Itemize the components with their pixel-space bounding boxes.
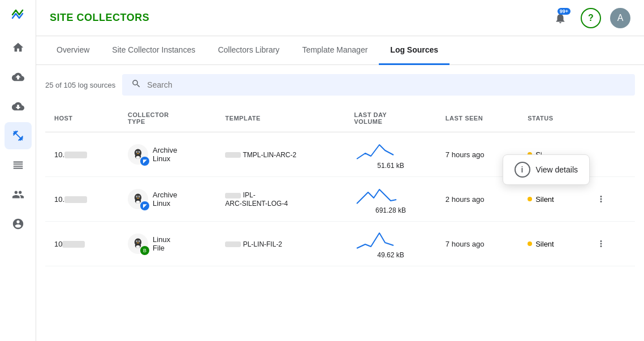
svg-point-15 <box>139 196 140 197</box>
collector-badge: ◤ <box>140 201 149 210</box>
col-last-day-volume: LAST DAYVOLUME <box>345 105 436 132</box>
collector-type-cell: ◤ ArchiveLinux <box>119 132 216 177</box>
collector-icon: ◤ <box>128 189 148 209</box>
table-header-row: HOST COLLECTORTYPE TEMPLATE LAST DAYVOLU… <box>45 105 635 132</box>
row-action-button[interactable] <box>592 190 610 208</box>
collector-badge: B <box>140 246 149 255</box>
volume-chart <box>354 184 399 206</box>
status-dot <box>528 241 532 246</box>
content-area: 25 of 105 log sources HOST COLLECTORTYPE… <box>36 65 644 341</box>
col-actions <box>583 105 635 132</box>
sidebar-item-package[interactable] <box>5 122 32 149</box>
search-container <box>122 74 635 96</box>
tab-bar: Overview Site Collector Instances Collec… <box>36 36 644 65</box>
sidebar-item-users[interactable] <box>5 181 32 208</box>
tab-template-manager[interactable]: Template Manager <box>291 36 379 65</box>
actions-cell <box>583 177 635 222</box>
svg-point-23 <box>136 241 137 241</box>
col-collector-type: COLLECTORTYPE <box>119 105 216 132</box>
view-details-popup[interactable]: i View details <box>503 154 590 185</box>
collector-badge: ◤ <box>140 157 149 166</box>
tab-site-collector-instances[interactable]: Site Collector Instances <box>101 36 206 65</box>
collector-icon: ◤ <box>128 144 148 165</box>
sidebar-item-person[interactable] <box>5 210 32 238</box>
collector-icon: B <box>128 234 148 254</box>
template-cell: PL-LIN-FIL-2 <box>216 222 345 266</box>
search-icon <box>131 79 141 91</box>
collector-name: ArchiveLinux <box>153 146 177 163</box>
actions-cell <box>583 222 635 266</box>
host-cell: 10 <box>45 222 119 266</box>
volume-chart <box>354 139 399 162</box>
svg-point-27 <box>136 245 140 248</box>
sidebar-item-cloud1[interactable] <box>5 63 32 90</box>
table-row: 10 B LinuxFile PL-LIN-FIL-2 <box>45 222 635 266</box>
notification-button[interactable]: 99+ <box>549 7 572 29</box>
volume-label: 51.61 kB <box>354 162 427 170</box>
volume-label: 691.28 kB <box>354 206 427 214</box>
actions-cell: i View details <box>583 132 635 177</box>
sidebar-item-cloud2[interactable] <box>5 93 32 120</box>
search-input[interactable] <box>147 80 626 89</box>
main-content: SITE COLLECTORS 99+ ? A Overview Site Co… <box>36 0 644 341</box>
svg-point-14 <box>136 196 137 197</box>
volume-cell: 51.61 kB <box>345 132 436 177</box>
col-template: TEMPLATE <box>216 105 345 132</box>
col-last-seen: LAST SEEN <box>436 105 518 132</box>
col-status: STATUS <box>518 105 582 132</box>
volume-label: 49.62 kB <box>354 251 427 259</box>
template-cell: IPL-ARC-SILENT-LOG-4 <box>216 177 345 222</box>
status-label: Silent <box>535 195 554 204</box>
svg-point-24 <box>139 241 140 241</box>
table-row: 10. ◤ ArchiveLinux TMPL <box>45 132 635 177</box>
help-button[interactable]: ? <box>581 8 601 28</box>
svg-point-5 <box>136 152 137 152</box>
collector-name: LinuxFile <box>153 235 170 252</box>
tab-overview[interactable]: Overview <box>45 36 101 65</box>
col-host: HOST <box>45 105 119 132</box>
volume-chart <box>354 228 399 251</box>
row-action-button[interactable] <box>592 235 610 253</box>
tab-collectors-library[interactable]: Collectors Library <box>206 36 291 65</box>
notification-badge: 99+ <box>557 8 570 15</box>
collector-name: ArchiveLinux <box>153 191 177 208</box>
search-bar: 25 of 105 log sources <box>45 74 635 96</box>
log-sources-table: HOST COLLECTORTYPE TEMPLATE LAST DAYVOLU… <box>45 105 635 266</box>
logo-icon <box>8 5 28 25</box>
header-actions: 99+ ? A <box>549 7 630 29</box>
svg-point-6 <box>139 152 140 152</box>
sidebar <box>0 0 36 341</box>
status-cell: Silent <box>518 222 582 266</box>
view-details-label: View details <box>536 165 578 174</box>
volume-cell: 691.28 kB <box>345 177 436 222</box>
last-seen-cell: 7 hours ago <box>436 222 518 266</box>
status-dot <box>528 197 532 201</box>
host-cell: 10. <box>45 177 119 222</box>
logo <box>8 5 28 25</box>
sidebar-item-table[interactable] <box>5 152 32 179</box>
avatar[interactable]: A <box>610 8 630 28</box>
sidebar-item-home[interactable] <box>5 34 32 61</box>
volume-cell: 49.62 kB <box>345 222 436 266</box>
status-label: Silent <box>535 240 554 248</box>
page-title: SITE COLLECTORS <box>50 12 149 24</box>
log-source-count: 25 of 105 log sources <box>45 81 115 89</box>
info-icon: i <box>515 162 530 178</box>
svg-point-9 <box>136 156 140 159</box>
svg-point-18 <box>136 201 140 204</box>
tab-log-sources[interactable]: Log Sources <box>379 36 449 65</box>
collector-type-cell: B LinuxFile <box>119 222 216 266</box>
collector-type-cell: ◤ ArchiveLinux <box>119 177 216 222</box>
template-cell: TMPL-LIN-ARC-2 <box>216 132 345 177</box>
header: SITE COLLECTORS 99+ ? A <box>36 0 644 36</box>
host-cell: 10. <box>45 132 119 177</box>
